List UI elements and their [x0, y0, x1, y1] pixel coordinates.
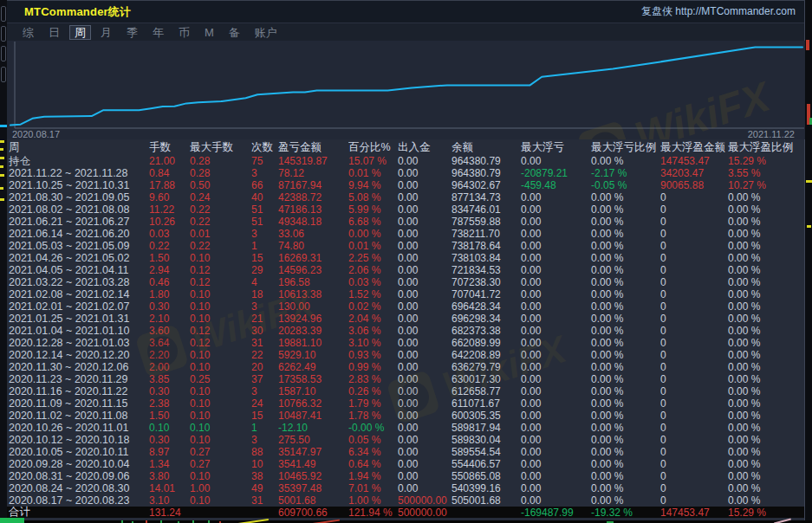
cell-max-float-profit: 0: [660, 422, 728, 434]
cell-percent: 0.26 %: [348, 385, 398, 397]
cell-max-float-loss: 0.00: [521, 325, 591, 337]
cell-max-float-profit-ratio: 15.29 %: [728, 155, 804, 167]
table-row[interactable]: 2020.09.28 ~ 2020.10.041.340.27103541.49…: [7, 458, 804, 470]
menu-item-币[interactable]: 币: [173, 25, 195, 40]
cell-max-lots: 0.12: [190, 264, 251, 276]
table-row[interactable]: 2021.02.08 ~ 2021.02.141.800.101810613.3…: [7, 288, 804, 300]
equity-curve-chart[interactable]: WikiFX 2020.08.17 2021.11.22: [7, 41, 805, 139]
table-row[interactable]: 2020.11.02 ~ 2020.11.081.500.101510487.4…: [7, 410, 804, 422]
cell-deposit-withdraw: 0.00: [398, 300, 451, 313]
table-row[interactable]: 2021.08.02 ~ 2021.08.0811.220.225147186.…: [7, 203, 804, 216]
x-axis-start-label: 2020.08.17: [12, 129, 60, 139]
cell-week: 2021.02.01 ~ 2021.02.07: [9, 300, 149, 313]
cell-max-float-profit-ratio: 0.00 %: [728, 276, 804, 288]
table-row[interactable]: 2020.12.14 ~ 2020.12.202.200.10225929.10…: [7, 349, 804, 361]
cell-lots: 1.50: [149, 410, 190, 422]
table-row[interactable]: 2021.02.01 ~ 2021.02.070.300.103130.000.…: [7, 300, 804, 313]
cell-max-float-loss-ratio: 0.00 %: [591, 228, 660, 240]
cell-max-lots: 0.22: [190, 203, 251, 216]
cell-week: 2020.11.16 ~ 2020.11.22: [9, 385, 149, 397]
cell-profit-amount: 10465.92: [278, 470, 348, 482]
table-row[interactable]: 2020.10.26 ~ 2020.11.010.100.101-12.10-0…: [7, 422, 804, 434]
menu-item-季[interactable]: 季: [121, 25, 143, 40]
table-row[interactable]: 2020.11.30 ~ 2020.12.062.000.10206262.49…: [7, 361, 804, 373]
cell-max-float-profit-ratio: 0.00 %: [728, 325, 804, 337]
col-header-max-float-profit: 最大浮盈金额: [660, 140, 728, 155]
table-row[interactable]: 2020.10.05 ~ 2020.10.118.970.278835147.9…: [7, 446, 804, 458]
cell-percent: 2.83 %: [348, 373, 398, 385]
cell-max-float-profit: 0: [660, 470, 728, 482]
cell-max-float-profit: 0: [660, 240, 728, 252]
table-row[interactable]: 2020.08.24 ~ 2020.08.3014.011.004935397.…: [7, 482, 804, 494]
menu-item-账户[interactable]: 账户: [250, 25, 283, 40]
cell-balance: 642208.89: [451, 349, 521, 361]
cell-max-float-profit-ratio: 0.00 %: [728, 470, 804, 482]
cell-profit-amount: 1587.10: [278, 385, 348, 397]
table-row[interactable]: 2021.01.04 ~ 2021.01.103.600.123020283.3…: [7, 325, 804, 337]
cell-lots: 2.38: [149, 397, 190, 410]
cell-week: 2021.08.30 ~ 2021.09.05: [9, 191, 149, 203]
table-row[interactable]: 2020.08.31 ~ 2020.09.063.800.103810465.9…: [7, 470, 804, 482]
cell-max-float-loss: 0.00: [521, 264, 591, 276]
cell-profit-amount: 10487.41: [278, 410, 348, 422]
cell-balance: 612658.77: [451, 385, 521, 397]
cell-max-float-loss: 0.00: [521, 482, 591, 494]
col-header-percent: 百分比%: [348, 140, 398, 155]
cell-week: 2020.11.23 ~ 2020.11.29: [9, 373, 149, 385]
cell-max-float-profit-ratio: 0.00 %: [728, 240, 804, 252]
cell-week: 2020.12.28 ~ 2021.01.03: [9, 337, 149, 349]
menu-item-周[interactable]: 周: [69, 25, 91, 40]
table-row[interactable]: 2021.10.25 ~ 2021.10.3117.880.506687167.…: [7, 179, 804, 191]
table-row[interactable]: 2021.01.25 ~ 2021.01.312.100.102113924.9…: [7, 313, 804, 325]
table-row[interactable]: 2021.05.03 ~ 2021.05.090.220.22174.800.0…: [7, 240, 804, 252]
cell-percent: 9.94 %: [348, 179, 398, 191]
total-row[interactable]: 合计131.24609700.66121.94 %500000.00-16948…: [7, 507, 804, 518]
cell-max-float-loss-ratio: 0.00 %: [591, 216, 660, 228]
table-row[interactable]: 2021.04.26 ~ 2021.05.021.500.101516269.3…: [7, 252, 804, 264]
menu-item-M[interactable]: M: [199, 25, 219, 40]
cell-percent: 0.99 %: [348, 361, 398, 373]
table-row[interactable]: 2021.08.30 ~ 2021.09.059.600.244042388.7…: [7, 191, 804, 203]
cell-max-float-profit: 0: [660, 397, 728, 410]
cell-trades: 18: [251, 288, 278, 300]
cell-max-float-loss-ratio: 0.00 %: [591, 410, 660, 422]
menu-item-日[interactable]: 日: [43, 25, 65, 40]
table-row[interactable]: 2021.11.22 ~ 2021.11.280.840.28378.120.0…: [7, 167, 804, 179]
cell-profit-amount: 609700.66: [278, 507, 348, 519]
cell-max-float-profit: 147453.47: [660, 155, 728, 167]
cell-max-float-profit: 0: [660, 191, 728, 203]
cell-lots: 3.60: [149, 325, 190, 337]
menu-item-备[interactable]: 备: [224, 25, 245, 40]
table-row[interactable]: 2020.11.09 ~ 2020.11.152.380.102410766.3…: [7, 397, 804, 410]
table-row[interactable]: 2021.04.05 ~ 2021.04.112.940.122914596.2…: [7, 264, 804, 276]
table-row[interactable]: 2020.12.28 ~ 2021.01.033.640.123119881.1…: [7, 337, 804, 349]
table-row[interactable]: 2020.10.12 ~ 2020.10.180.300.103275.500.…: [7, 434, 804, 446]
background-window-right-sliver: [805, 0, 812, 523]
menu-item-综[interactable]: 综: [17, 25, 39, 40]
table-row[interactable]: 2021.06.21 ~ 2021.06.2710.260.225149348.…: [7, 216, 804, 228]
table-row[interactable]: 2020.11.23 ~ 2020.11.293.850.253717358.5…: [7, 373, 804, 385]
table-header-row: 周手数最大手数次数盈亏金额百分比%出入金余额最大浮亏最大浮亏比例最大浮盈金额最大…: [7, 139, 804, 155]
cell-max-float-profit-ratio: 0.00 %: [728, 300, 804, 313]
cell-trades: 29: [251, 264, 278, 276]
table-row[interactable]: 持仓21.000.2875145319.8715.07 %0.00964380.…: [7, 155, 804, 167]
cell-deposit-withdraw: 0.00: [398, 337, 451, 349]
cell-max-float-profit-ratio: 0.00 %: [728, 385, 804, 397]
table-row[interactable]: 2020.11.16 ~ 2020.11.220.300.1031587.100…: [7, 385, 804, 397]
titlebar[interactable]: MTCommander统计 复盘侠 http://MTCommander.com: [7, 1, 804, 23]
cell-percent: 0.64 %: [348, 458, 398, 470]
cell-deposit-withdraw: 0.00: [398, 470, 451, 482]
cell-deposit-withdraw: 0.00: [398, 458, 451, 470]
menu-item-月[interactable]: 月: [95, 25, 117, 40]
cell-max-float-loss-ratio: 0.00 %: [591, 191, 660, 203]
brand-link[interactable]: 复盘侠 http://MTCommander.com: [641, 4, 796, 19]
cell-percent: 5.08 %: [348, 191, 398, 203]
table-row[interactable]: 2021.03.22 ~ 2021.03.280.460.124196.580.…: [7, 276, 804, 288]
cell-trades: 20: [251, 361, 278, 373]
menu-item-年[interactable]: 年: [147, 25, 169, 40]
cell-lots: 0.84: [149, 167, 190, 179]
cell-balance: 636279.79: [451, 361, 521, 373]
cell-max-float-loss-ratio: 0.00 %: [591, 252, 660, 264]
cell-trades: 31: [251, 337, 278, 349]
table-row[interactable]: 2021.06.14 ~ 2021.06.200.030.01333.060.0…: [7, 228, 804, 240]
